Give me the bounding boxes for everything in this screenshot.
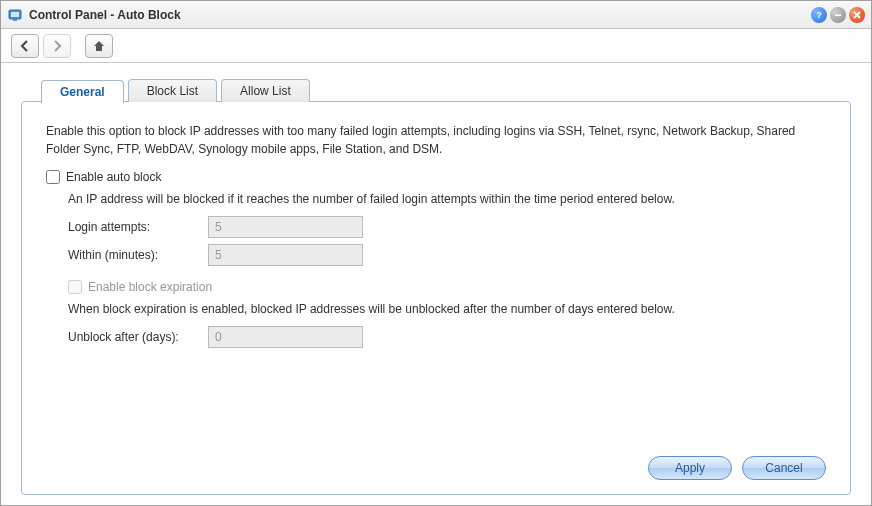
blocked-note: An IP address will be blocked if it reac… [68,190,826,208]
window: Control Panel - Auto Block ? General [0,0,872,506]
login-attempts-label: Login attempts: [68,220,208,234]
svg-rect-1 [11,12,19,17]
enable-expiration-label: Enable block expiration [88,280,212,294]
tab-bar: General Block List Allow List [41,79,851,102]
enable-expiration-checkbox[interactable] [68,280,82,294]
content-area: General Block List Allow List Enable thi… [1,63,871,505]
enable-auto-block-row: Enable auto block [46,170,826,184]
back-button[interactable] [11,34,39,58]
login-attempts-row: Login attempts: [68,216,826,238]
nav-toolbar [1,29,871,63]
login-attempts-input[interactable] [208,216,363,238]
unblock-input[interactable] [208,326,363,348]
arrow-right-icon [51,40,63,52]
svg-rect-2 [13,19,17,21]
arrow-left-icon [19,40,31,52]
tab-allow-list[interactable]: Allow List [221,79,310,102]
unblock-label: Unblock after (days): [68,330,208,344]
svg-rect-4 [835,14,841,16]
panel-general: Enable this option to block IP addresses… [21,101,851,495]
help-button[interactable]: ? [811,7,827,23]
within-input[interactable] [208,244,363,266]
expiration-note: When block expiration is enabled, blocke… [68,300,826,318]
button-bar: Apply Cancel [46,446,826,480]
description-text: Enable this option to block IP addresses… [46,122,826,158]
enable-expiration-row: Enable block expiration [68,280,826,294]
window-controls: ? [811,7,865,23]
tab-general[interactable]: General [41,80,124,103]
titlebar: Control Panel - Auto Block ? [1,1,871,29]
enable-auto-block-checkbox[interactable] [46,170,60,184]
home-icon [93,40,105,52]
tab-block-list[interactable]: Block List [128,79,217,102]
within-row: Within (minutes): [68,244,826,266]
home-button[interactable] [85,34,113,58]
svg-text:?: ? [816,10,822,20]
enable-auto-block-label: Enable auto block [66,170,161,184]
window-title: Control Panel - Auto Block [29,8,811,22]
within-label: Within (minutes): [68,248,208,262]
forward-button[interactable] [43,34,71,58]
apply-button[interactable]: Apply [648,456,732,480]
unblock-row: Unblock after (days): [68,326,826,348]
cancel-button[interactable]: Cancel [742,456,826,480]
close-button[interactable] [849,7,865,23]
minimize-button[interactable] [830,7,846,23]
app-icon [7,7,23,23]
